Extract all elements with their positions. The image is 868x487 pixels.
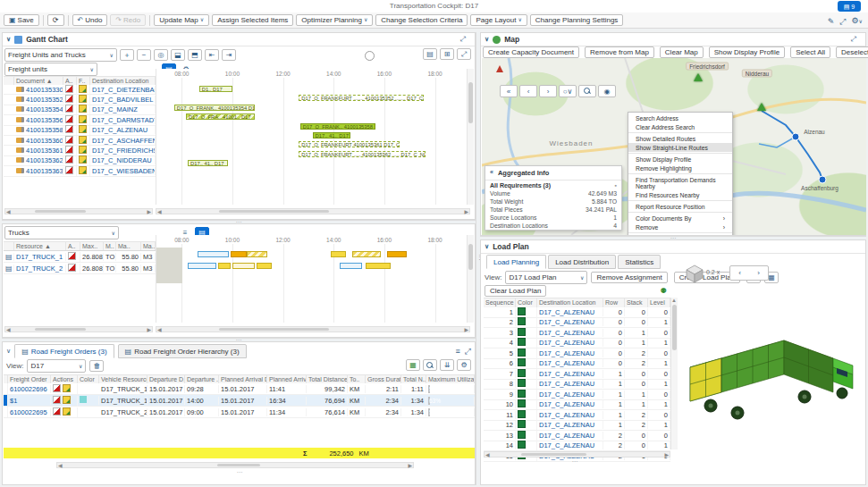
table-hscrollbar[interactable]: ◀▶ [4,208,153,214]
document-link[interactable]: 4100135360 [26,137,63,145]
column-header[interactable]: Destination Location [537,298,603,307]
truck-gantt-bar[interactable] [188,263,216,269]
destination-link[interactable]: D17_C_ALZENAU [539,400,594,408]
column-header[interactable] [4,77,14,85]
context-menu-item[interactable]: Report Resource Position [628,202,732,211]
trucks-select[interactable]: Trucks∨ [4,226,119,239]
resource-link[interactable]: D17_TRUCK_1 [16,253,63,261]
column-header[interactable]: Planned Arriva.. [267,375,307,383]
demand-marker-icon[interactable] [757,103,766,111]
column-header[interactable]: Freight Order [8,375,51,383]
truck-gantt-bar[interactable] [231,251,247,257]
load-item-row[interactable]: 6D17_C_ALZENAU021 [484,359,670,370]
destination-link[interactable]: D17_C_ALZENAU [539,432,594,440]
column-header[interactable]: Ma.. [116,242,141,250]
tab-statistics[interactable]: Statistics [618,255,661,269]
zoom-region-button[interactable]: ⬓ [171,49,185,61]
freight-unit-row[interactable]: 4100135362D17_C_NIDDERAU [4,156,156,166]
freight-unit-row[interactable]: 4100135358D17_C_ALZENAU [4,126,156,136]
freight-unit-row[interactable]: 4100135330D17_C_DIETZENBACH [4,85,156,95]
truck-gantt-bar[interactable] [247,251,267,257]
select-all-button[interactable]: Select All [790,46,830,58]
map-canvas[interactable]: « ‹ › ○∨ ◉ FriedrichsdorfNidderauWiesbad… [482,58,866,235]
tab-load-planning[interactable]: Load Planning [486,255,546,269]
destination-link[interactable]: D17_C_NIDDERAU [92,156,152,164]
load-item-row[interactable]: 12D17_C_ALZENAU121 [484,421,670,432]
action-icon[interactable] [53,407,61,416]
gantt-bar[interactable]: D17_Q_FRANK.. 4100135354 D17_C_MAINZ [174,105,255,111]
pin-icon[interactable]: ▪ [615,182,617,189]
tab-road-freight-order-hierarchy[interactable]: ▤Road Freight Order Hierarchy (3) [118,344,247,358]
expand-icon[interactable]: ⤢ [465,345,471,357]
truck-gantt-bar[interactable] [366,263,391,269]
destination-link[interactable]: D17_C_ALZENAU [539,359,594,367]
load-item-row[interactable]: 4D17_C_ALZENAU011 [484,339,670,349]
load-item-row[interactable]: 7D17_C_ALZENAU100 [484,369,670,380]
change-planning-settings-button[interactable]: Change Planning Settings [530,14,624,26]
table-hscrollbar[interactable]: ◀▶ [4,326,153,332]
freight-unit-row[interactable]: 4100135360D17_C_ASCHAFFENBURG [4,136,156,146]
collapse-icon[interactable]: ∨ [6,348,11,355]
assign-selected-items-button[interactable]: Assign Selected Items [212,14,293,26]
action-icon[interactable] [63,407,71,416]
column-header[interactable]: Planned Arrival Date [219,375,267,383]
resource-link[interactable]: D17_TRUCK_2 [16,264,63,273]
column-header[interactable]: Vehicle Resource [99,375,147,383]
fit-view-button[interactable]: ◎ [154,49,168,61]
destination-link[interactable]: D17_C_FRIEDRICHSDORF [92,147,156,155]
splitter-handle[interactable]: ⋯ [566,460,584,464]
destination-link[interactable]: D17_C_BADVILBEL [92,96,153,104]
tab-load-distribution[interactable]: Load Distribution [548,255,616,269]
menu-icon[interactable]: ≡ [456,345,460,357]
document-link[interactable]: 4100135363 [26,167,63,175]
context-menu-item[interactable]: Find Transportation Demands Nearby [628,175,732,190]
export-icon[interactable]: ⇊ [440,359,454,371]
document-link[interactable]: 4100135356 [26,116,63,124]
location-marker-icon[interactable] [819,176,827,184]
refresh-icon[interactable]: ▦ [406,359,420,371]
column-header[interactable]: A.. [63,77,77,85]
refresh-button[interactable]: ⟳ [47,14,64,26]
freight-order-link[interactable]: $1 [10,397,17,405]
load-item-row[interactable]: 11D17_C_ALZENAU120 [484,410,670,421]
load-item-row[interactable]: 3D17_C_ALZENAU010 [484,328,670,339]
context-menu-item[interactable]: Personalize› [628,234,732,235]
scroll-left-button[interactable]: ⇤ [205,49,219,61]
load-item-row[interactable]: 10D17_C_ALZENAU111 [484,400,670,411]
gantt-vscrollbar[interactable] [467,69,474,205]
load-item-row[interactable]: 14D17_C_ALZENAU201 [484,441,670,452]
create-capacity-document-button[interactable]: Create Capacity Document [483,46,579,58]
visibility-icon[interactable]: ◉ [598,85,616,97]
order-row[interactable]: $1 D17_TRUCK_115.01.201714:0015.01.20171… [4,395,475,407]
zoom-reset-button[interactable]: ⬒ [188,49,202,61]
column-header[interactable]: Sequence ⌄ [484,298,516,307]
gantt-hscrollbar[interactable]: ◀▶ [156,208,470,214]
load-item-row[interactable]: 8D17_C_ALZENAU101 [484,380,670,390]
column-header[interactable]: Document ▲ [14,77,63,85]
tab-road-freight-orders[interactable]: ▤Road Freight Orders (3) [14,344,114,358]
gantt-bar[interactable]: D17.. 41.. D17_C.. [313,132,351,139]
context-menu-item[interactable]: Color Documents By› [628,214,732,223]
destination-link[interactable]: D17_C_ALZENAU [539,421,594,429]
trucks-gantt-area[interactable]: 08:0010:0012:0014:0016:0018:00 [156,235,473,323]
document-link[interactable]: 4100135358 [26,126,63,134]
destination-link[interactable]: D17_C_ALZENAU [539,411,594,419]
context-menu-item[interactable]: Show Display Profile [628,155,732,164]
action-icon[interactable] [63,396,71,404]
order-row[interactable]: 6100022696 D17_TRUCK_115.01.201709:2815.… [4,383,475,395]
prev-icon[interactable]: ‹ [519,85,537,97]
load-item-row[interactable]: 2D17_C_ALZENAU001 [484,318,670,329]
maximize-icon[interactable]: ⤢ [457,48,471,60]
page-next-icon[interactable]: › [757,267,760,280]
gantt-bar[interactable]: D17_Q_FRANKFURT ....... 4100135352 .....… [299,95,424,101]
column-header[interactable]: To.. [348,375,366,383]
move-icon[interactable]: ⤢ [839,14,846,28]
redo-button[interactable]: ↷Redo [110,14,146,26]
settings-gear-icon[interactable]: ⚙∨ [852,14,863,28]
next-icon[interactable]: › [539,85,557,97]
gantt-bar[interactable]: D17_Q_FRANK.. 4100135358 D17_C_ALZE.. [300,123,375,130]
context-menu-item[interactable]: Remove› [628,223,732,231]
collapse-icon[interactable]: ∨ [485,243,489,250]
truck-row[interactable]: ▤D17_TRUCK_126.808TO55.80M3 [4,251,156,263]
destination-link[interactable]: D17_C_ALZENAU [539,349,594,357]
